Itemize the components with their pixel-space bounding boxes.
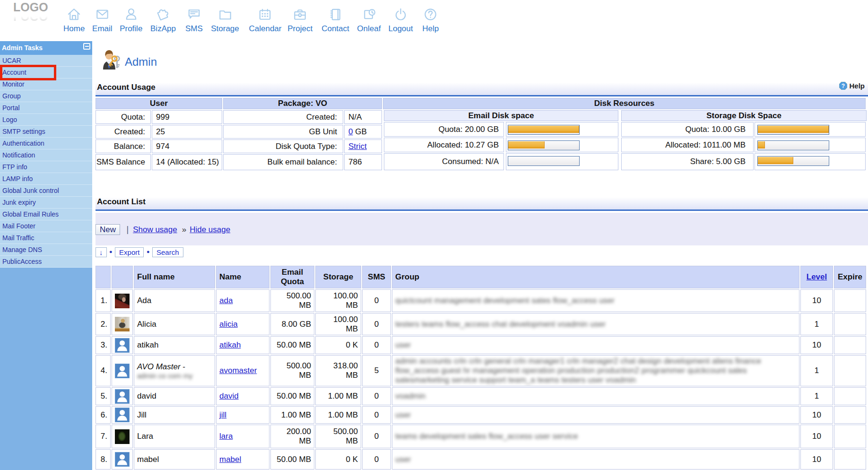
svg-text:?: ? <box>842 83 845 89</box>
